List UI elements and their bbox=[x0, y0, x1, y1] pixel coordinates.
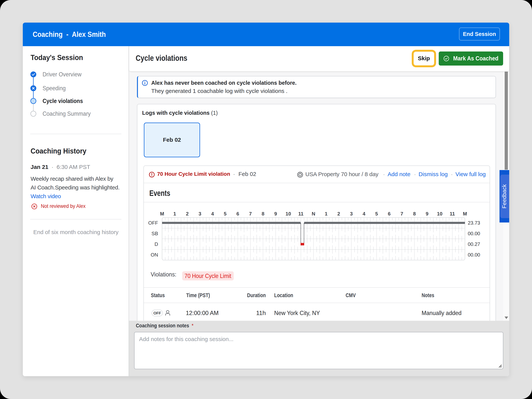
svg-text:4: 4 bbox=[211, 211, 214, 217]
svg-text:SB: SB bbox=[152, 231, 158, 236]
svg-text:2: 2 bbox=[337, 211, 340, 217]
svg-text:3: 3 bbox=[199, 211, 201, 217]
svg-text:M: M bbox=[463, 211, 467, 217]
svg-text:3: 3 bbox=[350, 211, 353, 217]
svg-text:2: 2 bbox=[186, 211, 189, 217]
svg-text:00.27: 00.27 bbox=[468, 241, 480, 247]
svg-text:11: 11 bbox=[450, 211, 455, 217]
svg-text:OFF: OFF bbox=[148, 220, 158, 226]
svg-text:5: 5 bbox=[224, 211, 227, 217]
svg-text:00.00: 00.00 bbox=[468, 252, 480, 258]
svg-text:8: 8 bbox=[413, 211, 416, 217]
svg-text:10: 10 bbox=[285, 211, 291, 217]
svg-text:10: 10 bbox=[437, 211, 443, 217]
svg-text:N: N bbox=[312, 211, 315, 217]
svg-text:7: 7 bbox=[249, 211, 252, 217]
svg-text:1: 1 bbox=[173, 211, 176, 217]
svg-text:5: 5 bbox=[375, 211, 378, 217]
svg-text:23.73: 23.73 bbox=[468, 220, 480, 226]
svg-text:11: 11 bbox=[298, 211, 304, 217]
svg-text:4: 4 bbox=[362, 211, 365, 217]
svg-text:M: M bbox=[160, 211, 164, 217]
svg-text:1: 1 bbox=[325, 211, 327, 217]
svg-text:6: 6 bbox=[236, 211, 239, 217]
svg-text:7: 7 bbox=[400, 211, 403, 217]
svg-text:00.00: 00.00 bbox=[468, 231, 480, 236]
svg-text:6: 6 bbox=[388, 211, 390, 217]
svg-text:D: D bbox=[154, 241, 158, 247]
svg-text:9: 9 bbox=[426, 211, 428, 217]
svg-text:ON: ON bbox=[151, 252, 158, 258]
svg-text:9: 9 bbox=[274, 211, 277, 217]
svg-text:8: 8 bbox=[262, 211, 264, 217]
